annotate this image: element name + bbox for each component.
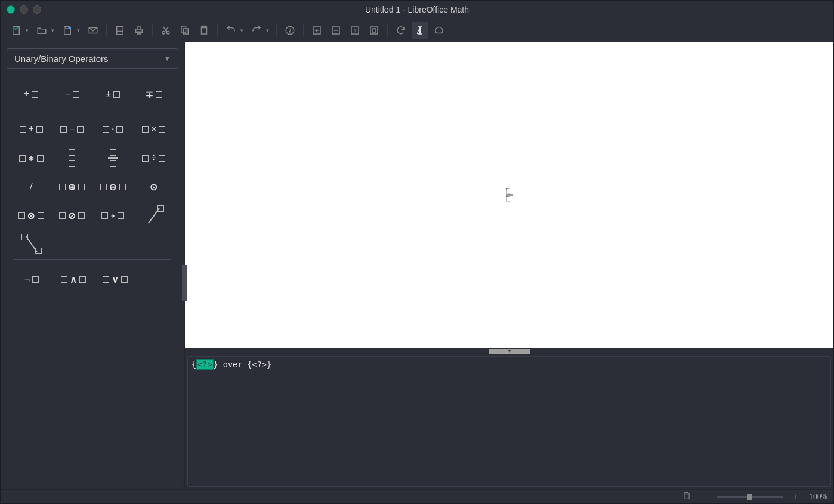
- element-circ[interactable]: ∘: [92, 201, 134, 230]
- element-or[interactable]: ∨: [94, 265, 136, 293]
- email-document-button[interactable]: [85, 22, 101, 39]
- zoom-fit-button[interactable]: [366, 22, 382, 39]
- element-plusminus-unary[interactable]: ±: [92, 80, 134, 109]
- element-neg[interactable]: ¬: [11, 265, 52, 293]
- formula-preview[interactable]: [185, 42, 833, 348]
- redo-dropdown[interactable]: ▾: [266, 27, 269, 33]
- element-divide[interactable]: ÷: [134, 144, 175, 172]
- element-cdot[interactable]: ·: [92, 115, 134, 144]
- zoom-100-button[interactable]: 1: [347, 22, 363, 39]
- editor-text-prefix: {: [191, 360, 196, 369]
- elements-sidebar: Unary/Binary Operators ▼ + − ± ∓ + − · ×…: [1, 42, 184, 489]
- svg-rect-21: [372, 29, 376, 32]
- element-times[interactable]: ×: [134, 115, 175, 144]
- zoom-in-button[interactable]: [308, 22, 325, 39]
- editor-selection: <?>: [196, 359, 213, 370]
- undo-button[interactable]: [223, 22, 239, 39]
- cut-button[interactable]: [157, 22, 174, 39]
- save-document-button[interactable]: [59, 22, 76, 39]
- content-area: ▾ {<?>} over {<?>}: [184, 42, 833, 489]
- formula-cursor-button[interactable]: [412, 22, 428, 39]
- element-oplus[interactable]: ⊕: [52, 172, 93, 201]
- export-pdf-button[interactable]: [112, 22, 128, 39]
- formula-editor[interactable]: {<?>} over {<?>}: [187, 356, 831, 487]
- svg-text:1: 1: [354, 28, 356, 33]
- element-subtraction[interactable]: −: [52, 115, 93, 144]
- print-button[interactable]: [131, 22, 147, 39]
- svg-point-15: [290, 33, 291, 33]
- elements-category-select[interactable]: Unary/Binary Operators ▼: [7, 48, 178, 69]
- window-title: Untitled 1 - LibreOffice Math: [365, 5, 469, 14]
- element-minus-unary[interactable]: −: [52, 80, 93, 109]
- element-and[interactable]: ∧: [52, 265, 94, 293]
- element-asterisk[interactable]: ∗: [11, 144, 52, 172]
- svg-rect-6: [137, 27, 141, 29]
- zoom-out-button[interactable]: [328, 22, 344, 39]
- copy-button[interactable]: [177, 22, 193, 39]
- undo-dropdown[interactable]: ▾: [240, 27, 243, 33]
- zoom-slider[interactable]: [717, 496, 783, 498]
- zoom-in-status-button[interactable]: +: [791, 492, 801, 502]
- chevron-down-icon: ▼: [164, 55, 171, 62]
- element-addition[interactable]: +: [11, 115, 52, 144]
- paste-button[interactable]: [196, 22, 212, 39]
- redo-button[interactable]: [248, 22, 265, 39]
- svg-point-2: [69, 26, 72, 29]
- window-minimize-button[interactable]: [20, 5, 28, 14]
- new-document-dropdown[interactable]: ▾: [26, 27, 29, 33]
- rendered-formula: [506, 188, 513, 202]
- open-document-button[interactable]: [33, 22, 50, 39]
- element-otimes[interactable]: ⊗: [11, 201, 52, 230]
- status-bar: − + 100%: [1, 489, 833, 503]
- symbols-button[interactable]: [431, 22, 447, 39]
- element-plus-unary[interactable]: +: [11, 80, 52, 109]
- element-slash[interactable]: /: [11, 172, 52, 201]
- editor-text-suffix: } over {<?>}: [214, 360, 272, 369]
- help-button[interactable]: [282, 22, 298, 39]
- elements-category-label: Unary/Binary Operators: [14, 54, 109, 64]
- save-status-icon[interactable]: [682, 491, 691, 502]
- element-ominus[interactable]: ⊖: [92, 172, 134, 201]
- window-maximize-button[interactable]: [33, 5, 41, 14]
- element-odot[interactable]: ⊙: [134, 172, 175, 201]
- svg-rect-22: [685, 493, 688, 494]
- new-document-button[interactable]: [8, 22, 24, 39]
- zoom-out-status-button[interactable]: −: [699, 492, 709, 502]
- window-titlebar: Untitled 1 - LibreOffice Math: [1, 1, 833, 18]
- window-close-button[interactable]: [7, 5, 15, 14]
- svg-rect-20: [370, 27, 378, 34]
- element-minusplus-unary[interactable]: ∓: [134, 80, 175, 109]
- elements-panel: + − ± ∓ + − · × ∗ ÷ /: [7, 75, 178, 483]
- zoom-percentage[interactable]: 100%: [809, 493, 827, 501]
- svg-rect-4: [117, 26, 123, 35]
- element-fraction-noline[interactable]: [52, 144, 93, 172]
- open-document-dropdown[interactable]: ▾: [51, 27, 54, 33]
- element-widebslash[interactable]: [11, 230, 52, 258]
- svg-rect-0: [13, 26, 20, 35]
- main-area: Unary/Binary Operators ▼ + − ± ∓ + − · ×…: [1, 42, 833, 489]
- refresh-button[interactable]: [393, 22, 409, 39]
- save-document-dropdown[interactable]: ▾: [77, 27, 80, 33]
- vertical-splitter[interactable]: [182, 265, 187, 301]
- horizontal-splitter[interactable]: ▾: [185, 348, 833, 354]
- element-fraction[interactable]: [92, 144, 134, 172]
- element-oslash[interactable]: ⊘: [52, 201, 93, 230]
- main-toolbar: ▾ ▾ ▾ ▾ ▾ 1: [1, 18, 833, 42]
- element-wideslash[interactable]: [134, 201, 175, 230]
